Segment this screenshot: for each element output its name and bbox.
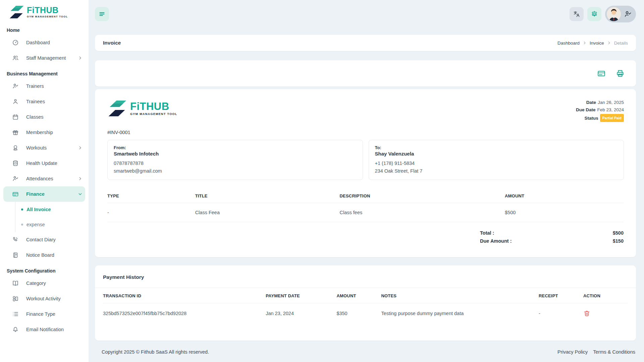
sidebar-item-label: Email Notification <box>26 327 83 332</box>
from-email: smartweb@gmail.com <box>114 168 357 174</box>
sidebar-section-home: Home <box>0 22 89 35</box>
brand-tagline: GYM MANAGEMENT TOOL <box>27 15 68 18</box>
pay-col-transaction-id: TRANSACTION ID <box>103 288 266 303</box>
items-col-description: DESCRIPTION <box>340 189 505 203</box>
sidebar-subitem-expense[interactable]: expense <box>15 217 89 232</box>
sidebar-item-workout-activity[interactable]: Workout Activity <box>0 291 89 306</box>
sidebar-section-system: System Configuration <box>0 263 89 276</box>
invoice-status-label: Status <box>585 115 598 121</box>
invoice-detail-card: FiTHUB GYM MANAGEMENT TOOL Date Jan 26, … <box>95 89 636 257</box>
translate-icon <box>573 10 580 18</box>
invoice-totals: Total : $500 Due Amount : $150 <box>103 230 624 244</box>
invoice-due-date-value: Feb 23, 2024 <box>597 107 624 113</box>
to-name: Shay Valenzuela <box>375 151 618 157</box>
settings-button[interactable] <box>587 7 601 21</box>
sidebar-toggle-button[interactable] <box>95 7 109 21</box>
dashboard-icon <box>12 39 19 46</box>
items-col-type: TYPE <box>107 189 195 203</box>
due-amount-value: $150 <box>613 238 624 244</box>
sidebar-item-label: Health Update <box>26 161 83 166</box>
privacy-policy-link[interactable]: Privacy Policy <box>557 349 588 355</box>
sidebar-item-dashboard[interactable]: Dashboard <box>0 35 89 50</box>
pay-receipt: - <box>539 303 583 323</box>
invoice-toolbar-card <box>95 60 636 86</box>
pay-col-action: ACTION <box>583 288 628 303</box>
terms-conditions-link[interactable]: Terms & Conditions <box>593 349 635 355</box>
to-phone: +1 (178) 911-5834 <box>375 161 618 166</box>
sidebar-item-health-update[interactable]: Health Update <box>0 156 89 171</box>
sidebar-item-label: Classes <box>26 114 83 120</box>
item-description: Class fees <box>340 203 505 222</box>
from-label: From: <box>114 145 357 150</box>
sidebar-item-classes[interactable]: Classes <box>0 109 89 125</box>
page-header-card: Invoice Dashboard Invoice Details <box>95 35 636 51</box>
chevron-right-icon <box>78 56 83 60</box>
payment-history-title: Payment History <box>95 265 636 288</box>
pay-amount: $350 <box>336 303 381 323</box>
people-icon <box>12 55 19 61</box>
main-area: Invoice Dashboard Invoice Details <box>89 0 644 362</box>
copyright-text: Copyright 2025 © Fithub SaaS All rights … <box>102 349 209 355</box>
sidebar-item-finance[interactable]: Finance <box>3 186 85 202</box>
person-icon <box>12 98 19 105</box>
invoice-date-label: Date <box>586 99 596 106</box>
invoice-to-box: To: Shay Valenzuela +1 (178) 911-5834 23… <box>369 140 624 180</box>
sidebar-item-label: Dashboard <box>26 40 83 45</box>
sidebar: FiTHUB GYM MANAGEMENT TOOL Home Dashboar… <box>0 0 89 362</box>
sidebar-item-label: Workouts <box>26 145 78 150</box>
person-check-icon <box>624 10 632 18</box>
status-badge: Partial Paid <box>600 114 624 122</box>
pay-col-notes: NOTES <box>381 288 539 303</box>
sidebar-subitem-all-invoice[interactable]: All Invoice <box>15 202 89 217</box>
chevron-down-icon <box>78 192 83 196</box>
language-button[interactable] <box>570 7 584 21</box>
sidebar-item-email-notification[interactable]: Email Notification <box>0 322 89 337</box>
sidebar-item-label: Finance Type <box>26 311 83 317</box>
pay-button[interactable] <box>597 69 606 78</box>
sidebar-item-workouts[interactable]: Workouts <box>0 140 89 156</box>
sidebar-item-trainers[interactable]: Trainers <box>0 78 89 94</box>
sidebar-item-notice-board[interactable]: Notice Board <box>0 247 89 263</box>
brand-name: FiTHUB <box>130 101 177 112</box>
pay-notes: Testing purpose dummy payment data <box>381 303 539 323</box>
print-button[interactable] <box>616 69 625 78</box>
brand-tagline: GYM MANAGEMENT TOOL <box>130 113 177 116</box>
sidebar-item-label: Category <box>26 281 83 286</box>
sidebar-item-staff-management[interactable]: Staff Management <box>0 50 89 66</box>
user-menu[interactable] <box>605 6 636 22</box>
app-logo[interactable]: FiTHUB GYM MANAGEMENT TOOL <box>0 0 89 22</box>
footer: Copyright 2025 © Fithub SaaS All rights … <box>95 341 636 355</box>
table-row: 325bd573252e007f45fbb75c7bd92028 Jan 23,… <box>103 303 628 323</box>
sidebar-item-contact-diary[interactable]: Contact Diary <box>0 232 89 247</box>
total-value: $500 <box>613 230 624 236</box>
bell-icon <box>12 326 19 333</box>
delete-payment-button[interactable] <box>583 310 590 317</box>
sidebar-item-membership[interactable]: Membership <box>0 125 89 140</box>
to-address: 234 Oak Street, Flat 7 <box>375 168 618 174</box>
breadcrumb-dashboard[interactable]: Dashboard <box>557 41 580 46</box>
award-icon <box>12 144 19 151</box>
item-type: - <box>107 203 195 222</box>
table-row: - Class Feea Class fees $500 <box>107 203 624 222</box>
sidebar-item-finance-type[interactable]: Finance Type <box>0 306 89 322</box>
bullet-icon <box>21 224 23 226</box>
sidebar-item-trainees[interactable]: Trainees <box>0 94 89 109</box>
breadcrumb-invoice[interactable]: Invoice <box>590 41 604 46</box>
topbar <box>95 0 636 21</box>
sidebar-item-category[interactable]: Category <box>0 276 89 291</box>
item-amount: $500 <box>505 203 624 222</box>
invoice-meta: Date Jan 26, 2025 Due Date Feb 23, 2024 … <box>576 99 624 123</box>
breadcrumb-details: Details <box>614 41 628 46</box>
sidebar-item-attendances[interactable]: Attendances <box>0 171 89 186</box>
sidebar-item-label: Staff Management <box>26 55 78 61</box>
sidebar-item-label: Contact Diary <box>26 237 83 242</box>
person-check-icon <box>12 175 19 182</box>
printer-icon <box>616 69 625 78</box>
hamburger-icon <box>98 10 106 18</box>
pay-col-receipt: RECEIPT <box>539 288 583 303</box>
fithub-logo-icon <box>9 5 24 19</box>
payment-history-card: Payment History TRANSACTION ID PAYMENT D… <box>95 265 636 341</box>
sidebar-item-label: Workout Activity <box>26 296 83 301</box>
items-col-title: TITLE <box>195 189 340 203</box>
gift-icon <box>12 129 19 136</box>
